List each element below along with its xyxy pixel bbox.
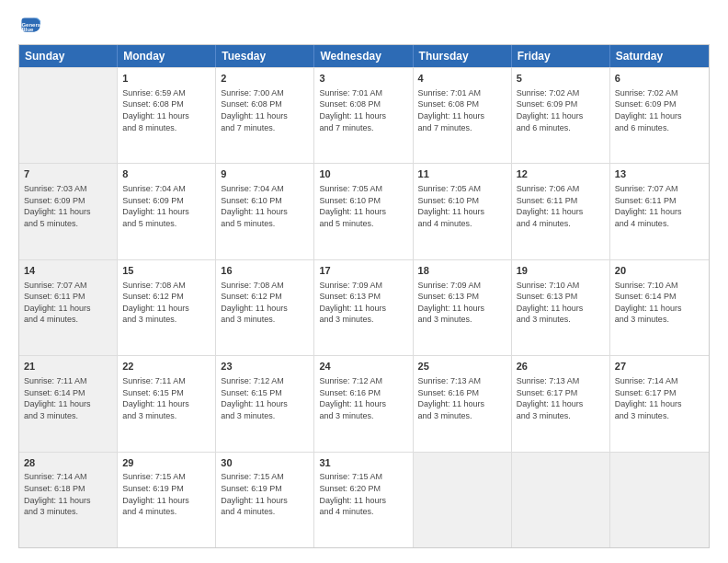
header-day-monday: Monday	[118, 45, 216, 67]
day-number: 31	[319, 456, 407, 470]
day-number: 10	[319, 167, 407, 181]
calendar-row: 14Sunrise: 7:07 AMSunset: 6:11 PMDayligh…	[19, 259, 709, 355]
calendar-cell: 6Sunrise: 7:02 AMSunset: 6:09 PMDaylight…	[610, 68, 709, 163]
header-day-saturday: Saturday	[610, 45, 709, 67]
calendar-cell: 17Sunrise: 7:09 AMSunset: 6:13 PMDayligh…	[314, 260, 413, 355]
calendar: SundayMondayTuesdayWednesdayThursdayFrid…	[18, 44, 710, 548]
calendar-cell: 25Sunrise: 7:13 AMSunset: 6:16 PMDayligh…	[414, 356, 512, 451]
day-info: Sunrise: 7:15 AMSunset: 6:19 PMDaylight:…	[122, 471, 210, 517]
day-info: Sunrise: 6:59 AMSunset: 6:08 PMDaylight:…	[122, 87, 210, 133]
day-number: 19	[517, 264, 605, 278]
day-number: 25	[418, 360, 506, 373]
calendar-cell: 3Sunrise: 7:01 AMSunset: 6:08 PMDaylight…	[314, 68, 413, 163]
day-info: Sunrise: 7:06 AMSunset: 6:11 PMDaylight:…	[517, 183, 605, 229]
calendar-cell: 5Sunrise: 7:02 AMSunset: 6:09 PMDaylight…	[512, 68, 610, 163]
day-info: Sunrise: 7:07 AMSunset: 6:11 PMDaylight:…	[24, 280, 112, 326]
day-number: 6	[615, 72, 704, 86]
calendar-cell: 19Sunrise: 7:10 AMSunset: 6:13 PMDayligh…	[512, 260, 610, 355]
calendar-cell: 30Sunrise: 7:15 AMSunset: 6:19 PMDayligh…	[216, 453, 314, 547]
day-number: 5	[517, 72, 605, 86]
day-number: 17	[319, 264, 407, 278]
day-info: Sunrise: 7:15 AMSunset: 6:19 PMDaylight:…	[221, 471, 309, 517]
day-info: Sunrise: 7:05 AMSunset: 6:10 PMDaylight:…	[418, 183, 506, 229]
day-info: Sunrise: 7:02 AMSunset: 6:09 PMDaylight:…	[517, 87, 605, 133]
day-number: 12	[517, 167, 605, 181]
calendar-cell: 24Sunrise: 7:12 AMSunset: 6:16 PMDayligh…	[314, 356, 413, 451]
day-number: 8	[122, 167, 210, 181]
calendar-cell: 10Sunrise: 7:05 AMSunset: 6:10 PMDayligh…	[314, 164, 413, 259]
calendar-cell: 18Sunrise: 7:09 AMSunset: 6:13 PMDayligh…	[414, 260, 512, 355]
day-number: 15	[122, 264, 210, 278]
logo-icon: General Blue	[18, 15, 40, 37]
day-number: 18	[418, 264, 506, 278]
day-number: 27	[615, 360, 704, 373]
day-info: Sunrise: 7:04 AMSunset: 6:09 PMDaylight:…	[122, 183, 210, 229]
calendar-cell: 4Sunrise: 7:01 AMSunset: 6:08 PMDaylight…	[414, 68, 512, 163]
day-info: Sunrise: 7:05 AMSunset: 6:10 PMDaylight:…	[319, 183, 407, 229]
header-day-tuesday: Tuesday	[216, 45, 314, 67]
calendar-cell: 7Sunrise: 7:03 AMSunset: 6:09 PMDaylight…	[19, 164, 118, 259]
day-number: 14	[24, 264, 112, 278]
day-info: Sunrise: 7:10 AMSunset: 6:14 PMDaylight:…	[615, 280, 704, 326]
calendar-cell: 1Sunrise: 6:59 AMSunset: 6:08 PMDaylight…	[118, 68, 216, 163]
calendar-cell	[19, 68, 118, 163]
calendar-cell: 12Sunrise: 7:06 AMSunset: 6:11 PMDayligh…	[512, 164, 610, 259]
calendar-cell	[512, 453, 610, 547]
day-number: 21	[24, 360, 112, 373]
day-info: Sunrise: 7:15 AMSunset: 6:20 PMDaylight:…	[319, 471, 407, 517]
day-info: Sunrise: 7:04 AMSunset: 6:10 PMDaylight:…	[221, 183, 309, 229]
day-info: Sunrise: 7:13 AMSunset: 6:16 PMDaylight:…	[418, 375, 506, 421]
calendar-cell: 31Sunrise: 7:15 AMSunset: 6:20 PMDayligh…	[314, 453, 413, 547]
calendar-cell: 14Sunrise: 7:07 AMSunset: 6:11 PMDayligh…	[19, 260, 118, 355]
day-info: Sunrise: 7:14 AMSunset: 6:17 PMDaylight:…	[615, 375, 704, 421]
day-info: Sunrise: 7:10 AMSunset: 6:13 PMDaylight:…	[517, 280, 605, 326]
calendar-cell: 21Sunrise: 7:11 AMSunset: 6:14 PMDayligh…	[19, 356, 118, 451]
calendar-cell: 20Sunrise: 7:10 AMSunset: 6:14 PMDayligh…	[610, 260, 709, 355]
header-day-sunday: Sunday	[19, 45, 118, 67]
day-number: 28	[24, 456, 112, 470]
calendar-cell: 22Sunrise: 7:11 AMSunset: 6:15 PMDayligh…	[118, 356, 216, 451]
calendar-body: 1Sunrise: 6:59 AMSunset: 6:08 PMDaylight…	[19, 67, 709, 547]
calendar-cell: 15Sunrise: 7:08 AMSunset: 6:12 PMDayligh…	[118, 260, 216, 355]
day-number: 26	[517, 360, 605, 373]
header-day-friday: Friday	[512, 45, 610, 67]
day-info: Sunrise: 7:00 AMSunset: 6:08 PMDaylight:…	[221, 87, 309, 133]
page: General Blue SundayMondayTuesdayWednesda…	[0, 0, 728, 563]
day-info: Sunrise: 7:01 AMSunset: 6:08 PMDaylight:…	[418, 87, 506, 133]
day-info: Sunrise: 7:02 AMSunset: 6:09 PMDaylight:…	[615, 87, 704, 133]
calendar-row: 1Sunrise: 6:59 AMSunset: 6:08 PMDaylight…	[19, 67, 709, 163]
day-info: Sunrise: 7:09 AMSunset: 6:13 PMDaylight:…	[319, 280, 407, 326]
calendar-cell: 9Sunrise: 7:04 AMSunset: 6:10 PMDaylight…	[216, 164, 314, 259]
calendar-cell: 2Sunrise: 7:00 AMSunset: 6:08 PMDaylight…	[216, 68, 314, 163]
day-number: 11	[418, 167, 506, 181]
day-info: Sunrise: 7:07 AMSunset: 6:11 PMDaylight:…	[615, 183, 704, 229]
day-number: 29	[122, 456, 210, 470]
day-number: 7	[24, 167, 112, 181]
calendar-row: 7Sunrise: 7:03 AMSunset: 6:09 PMDaylight…	[19, 163, 709, 259]
day-info: Sunrise: 7:11 AMSunset: 6:14 PMDaylight:…	[24, 375, 112, 421]
svg-text:Blue: Blue	[21, 27, 34, 32]
day-info: Sunrise: 7:08 AMSunset: 6:12 PMDaylight:…	[122, 280, 210, 326]
day-number: 3	[319, 72, 407, 86]
day-info: Sunrise: 7:08 AMSunset: 6:12 PMDaylight:…	[221, 280, 309, 326]
day-number: 9	[221, 167, 309, 181]
day-number: 1	[122, 72, 210, 86]
day-info: Sunrise: 7:09 AMSunset: 6:13 PMDaylight:…	[418, 280, 506, 326]
calendar-cell: 8Sunrise: 7:04 AMSunset: 6:09 PMDaylight…	[118, 164, 216, 259]
calendar-cell	[414, 453, 512, 547]
day-number: 30	[221, 456, 309, 470]
day-info: Sunrise: 7:14 AMSunset: 6:18 PMDaylight:…	[24, 471, 112, 517]
day-info: Sunrise: 7:11 AMSunset: 6:15 PMDaylight:…	[122, 375, 210, 421]
calendar-cell: 28Sunrise: 7:14 AMSunset: 6:18 PMDayligh…	[19, 453, 118, 547]
header-day-thursday: Thursday	[414, 45, 512, 67]
day-number: 24	[319, 360, 407, 373]
calendar-row: 21Sunrise: 7:11 AMSunset: 6:14 PMDayligh…	[19, 355, 709, 451]
calendar-cell: 26Sunrise: 7:13 AMSunset: 6:17 PMDayligh…	[512, 356, 610, 451]
calendar-cell: 16Sunrise: 7:08 AMSunset: 6:12 PMDayligh…	[216, 260, 314, 355]
day-number: 23	[221, 360, 309, 373]
logo: General Blue	[18, 15, 44, 37]
day-info: Sunrise: 7:01 AMSunset: 6:08 PMDaylight:…	[319, 87, 407, 133]
day-number: 4	[418, 72, 506, 86]
header-day-wednesday: Wednesday	[314, 45, 413, 67]
day-number: 22	[122, 360, 210, 373]
